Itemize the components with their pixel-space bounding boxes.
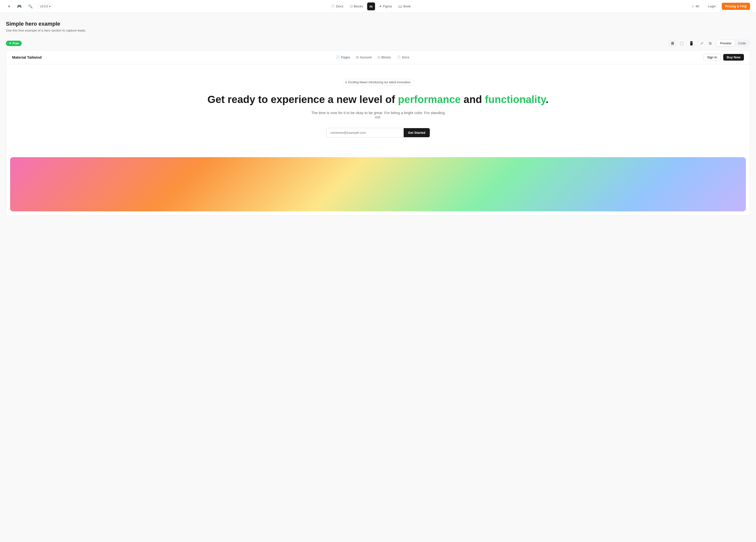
- book-link[interactable]: 📖 Book: [396, 3, 413, 10]
- nav-center: 📄 Docs ⬡ Blocks m ✦ Figma 📖 Book: [328, 2, 413, 10]
- account-icon: ⊙: [356, 55, 359, 59]
- star-count-button[interactable]: ☆ 4K: [689, 3, 702, 10]
- pricing-button[interactable]: Pricing & FAQ: [722, 3, 750, 10]
- preview-frame: Material Tailwind 📄 Pages ⊙ Account ⬡ Bl…: [6, 50, 750, 216]
- top-nav: ☀ 🎮 🔍 v3.0.0 ▾ 📄 Docs ⬡ Blocks m ✦ Figma…: [0, 0, 756, 13]
- inner-nav: Material Tailwind 📄 Pages ⊙ Account ⬡ Bl…: [6, 51, 750, 64]
- page-title: Simple hero example: [6, 21, 750, 27]
- login-button[interactable]: Login: [705, 3, 719, 10]
- tablet-landscape-button[interactable]: ⬚: [678, 39, 686, 47]
- desktop-view-button[interactable]: 🖥: [668, 39, 677, 47]
- news-badge: ℹ Exciting News! Introducing our latest …: [342, 79, 414, 86]
- inner-docs-link[interactable]: 📄 Docs: [397, 55, 409, 59]
- nav-left: ☀ 🎮 🔍 v3.0.0 ▾: [6, 3, 53, 10]
- toolbar-row: ✦ Free 🖥 ⬚ 📱 ⤢: [6, 39, 750, 47]
- nav-right: ☆ 4K Login Pricing & FAQ: [689, 3, 750, 10]
- get-started-button[interactable]: Get Started: [404, 128, 430, 137]
- hero-section: ℹ Exciting News! Introducing our latest …: [6, 64, 750, 157]
- free-badge: ✦ Free: [6, 41, 22, 46]
- page-content: Simple hero example Use this free exampl…: [0, 13, 756, 222]
- inner-blocks-icon: ⬡: [378, 55, 380, 59]
- sign-in-button[interactable]: Sign In: [703, 54, 721, 61]
- expand-button[interactable]: ⤢: [698, 39, 706, 47]
- blocks-link[interactable]: ⬡ Blocks: [347, 3, 366, 10]
- version-label: v3.0.0: [40, 5, 48, 8]
- email-input[interactable]: [326, 128, 404, 138]
- email-row: Get Started: [326, 128, 430, 138]
- pages-icon: 📄: [336, 55, 340, 59]
- book-icon: 📖: [398, 4, 402, 8]
- inner-pages-link[interactable]: 📄 Pages: [336, 55, 350, 59]
- figma-icon: ✦: [379, 4, 382, 8]
- star-count-value: 4K: [696, 4, 700, 8]
- gamepad-icon[interactable]: 🎮: [16, 3, 23, 10]
- tablet-landscape-icon: ⬚: [680, 41, 684, 46]
- version-selector[interactable]: v3.0.0 ▾: [38, 4, 53, 9]
- star-icon: ☆: [691, 4, 694, 8]
- preview-code-toggle: Preview Code: [716, 39, 750, 47]
- preview-toggle[interactable]: Preview: [717, 40, 735, 46]
- hero-title: Get ready to experience a new level of p…: [16, 93, 740, 106]
- page-subtitle: Use this free example of a hero section …: [6, 29, 750, 32]
- preview-wrapper: Material Tailwind 📄 Pages ⊙ Account ⬡ Bl…: [6, 50, 750, 216]
- desktop-icon: 🖥: [670, 41, 674, 46]
- inner-blocks-link[interactable]: ⬡ Blocks: [378, 55, 391, 59]
- device-controls: 🖥 ⬚ 📱: [668, 39, 696, 47]
- hero-subtitle: The time is now for it to be okay to be …: [309, 111, 447, 119]
- inner-logo: Material Tailwind: [12, 55, 42, 59]
- right-controls: 🖥 ⬚ 📱 ⤢ ⧉ Previe: [668, 39, 750, 47]
- code-toggle[interactable]: Code: [735, 40, 749, 46]
- view-controls: ⤢ ⧉: [698, 39, 714, 47]
- expand-icon: ⤢: [700, 41, 703, 45]
- search-icon[interactable]: 🔍: [27, 3, 34, 10]
- mobile-icon: 📱: [689, 41, 694, 46]
- figma-link[interactable]: ✦ Figma: [377, 3, 394, 10]
- buy-now-button[interactable]: Buy Now: [723, 54, 744, 61]
- info-icon: ℹ: [345, 81, 347, 84]
- sparkle-icon: ✦: [9, 42, 11, 45]
- docs-icon: 📄: [331, 4, 335, 8]
- copy-button[interactable]: ⧉: [707, 39, 714, 47]
- inner-account-link[interactable]: ⊙ Account: [356, 55, 372, 59]
- inner-nav-actions: Sign In Buy Now: [703, 54, 744, 61]
- inner-docs-icon: 📄: [397, 55, 401, 59]
- hero-gradient-image: [10, 157, 746, 212]
- docs-link[interactable]: 📄 Docs: [328, 3, 346, 10]
- copy-icon: ⧉: [709, 41, 712, 45]
- chevron-down-icon: ▾: [49, 5, 51, 8]
- inner-nav-links: 📄 Pages ⊙ Account ⬡ Blocks 📄 Docs: [336, 55, 409, 59]
- mobile-view-button[interactable]: 📱: [687, 39, 696, 47]
- sun-icon[interactable]: ☀: [6, 3, 12, 10]
- logo-button[interactable]: m: [367, 2, 375, 10]
- blocks-icon: ⬡: [350, 4, 353, 8]
